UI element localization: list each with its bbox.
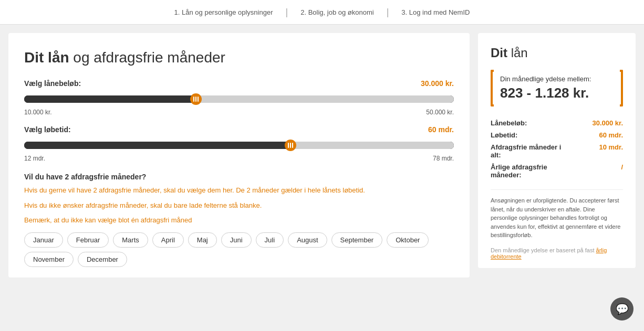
bracket-left [491,70,494,106]
period-label: Vælg løbetid: [24,125,71,134]
summary-label: Lånebeløb: [491,117,570,129]
right-title: Dit lån [491,46,623,60]
summary-table: Lånebeløb:30.000 kr.Løbetid:60 mdr.Afdra… [491,117,623,181]
month-button-januar[interactable]: Januar [24,232,63,248]
month-button-juni[interactable]: Juni [221,232,252,248]
period-max: 78 mdr. [433,155,454,162]
summary-row: Afdragsfrie måneder i alt:10 mdr. [491,141,623,161]
thumb-line-1 [193,97,194,102]
summary-label: Årlige afdragsfrie måneder: [491,161,570,181]
footnote-text: Den månedlige ydelse er baseret på fast … [491,247,623,260]
loan-track-unfill [196,95,454,103]
month-button-oktober[interactable]: Oktober [387,232,429,248]
bracket-amount: 823 - 1.128 kr. [500,85,614,101]
page-title: Dit lån og afdragsfrie måneder [24,49,454,67]
loan-thumb-lines [193,97,199,102]
loan-slider-track-container[interactable] [24,92,454,106]
pthumb-line-1 [288,143,289,148]
period-slider-section: Vælg løbetid: 60 mdr. [24,125,454,162]
months-grid: JanuarFebruarMartsAprilMajJuniJuliAugust… [24,232,454,267]
chat-icon: 💬 [616,303,629,315]
month-button-november[interactable]: November [24,252,74,267]
afdragsfri-title: Vil du have 2 afdragsfrie måneder? [24,173,454,181]
month-button-juli[interactable]: Juli [256,232,284,248]
afdragsfri-text2: Hvis du ikke ønsker afdragsfrie måneder,… [24,200,454,211]
month-button-maj[interactable]: Maj [188,232,217,248]
loan-track-fill [24,95,196,103]
step-2: 2. Bolig, job og økonomi [288,8,386,16]
period-min: 12 mdr. [24,155,45,162]
thumb-line-3 [198,97,199,102]
bracket-right [620,70,623,106]
main-layout: Dit lån og afdragsfrie måneder Vælg låne… [0,25,644,286]
thumb-line-2 [195,97,196,102]
period-track-fill [24,142,290,149]
loan-range-labels: 10.000 kr. 50.000 kr. [24,109,454,116]
step-1: 1. Lån og personlige oplysninger [162,8,286,16]
summary-row: Løbetid:60 mdr. [491,129,623,141]
period-track-unfill [290,142,454,149]
pthumb-line-2 [290,143,291,148]
pthumb-line-3 [292,143,293,148]
page-wrapper: 1. Lån og personlige oplysninger | 2. Bo… [0,0,644,331]
afdragsfri-section: Vil du have 2 afdragsfrie måneder? Hvis … [24,173,454,267]
steps-bar: 1. Lån og personlige oplysninger | 2. Bo… [0,0,644,25]
summary-label: Afdragsfrie måneder i alt: [491,141,570,161]
right-panel: Dit lån Din månedlige ydelse mellem: 823… [478,33,636,268]
bracket-box: Din månedlige ydelse mellem: 823 - 1.128… [491,70,623,106]
month-button-september[interactable]: September [331,232,383,248]
summary-value: / [570,161,623,181]
afdragsfri-note: Bemærk, at du ikke kan vælge blot én afd… [24,216,454,224]
loan-slider-section: Vælg lånebeløb: 30.000 kr. [24,79,454,116]
period-range-labels: 12 mdr. 78 mdr. [24,155,454,162]
summary-value: 60 mdr. [570,129,623,141]
period-slider-track-container[interactable] [24,138,454,153]
left-panel: Dit lån og afdragsfrie måneder Vælg låne… [8,33,470,277]
month-button-april[interactable]: April [152,232,184,248]
step-3: 3. Log ind med NemID [389,8,482,16]
loan-min: 10.000 kr. [24,109,52,116]
period-slider-thumb[interactable] [285,140,296,151]
month-button-februar[interactable]: Februar [67,232,109,248]
bracket-content: Din månedlige ydelse mellem: 823 - 1.128… [500,70,614,106]
period-value: 60 mdr. [428,125,454,134]
loan-max: 50.000 kr. [426,109,454,116]
month-button-marts[interactable]: Marts [113,232,148,248]
loan-value: 30.000 kr. [421,79,454,88]
loan-slider-thumb[interactable] [190,93,202,105]
period-slider-track[interactable] [24,142,454,149]
month-button-august[interactable]: August [288,232,327,248]
summary-value: 10 mdr. [570,141,623,161]
period-thumb-lines [288,143,293,148]
summary-row: Lånebeløb:30.000 kr. [491,117,623,129]
afdragsfri-text1: Hvis du gerne vil have 2 afdragsfrie mån… [24,185,454,196]
loan-slider-track[interactable] [24,95,454,103]
month-button-december[interactable]: December [78,252,127,267]
chat-button[interactable]: 💬 [610,297,633,321]
summary-value: 30.000 kr. [570,117,623,129]
disclaimer-text: Ansøgningen er uforpligtende. Du accepte… [491,189,623,240]
loan-label: Vælg lånebeløb: [24,79,81,88]
summary-row: Årlige afdragsfrie måneder:/ [491,161,623,181]
bracket-label: Din månedlige ydelse mellem: [500,75,614,83]
summary-label: Løbetid: [491,129,570,141]
